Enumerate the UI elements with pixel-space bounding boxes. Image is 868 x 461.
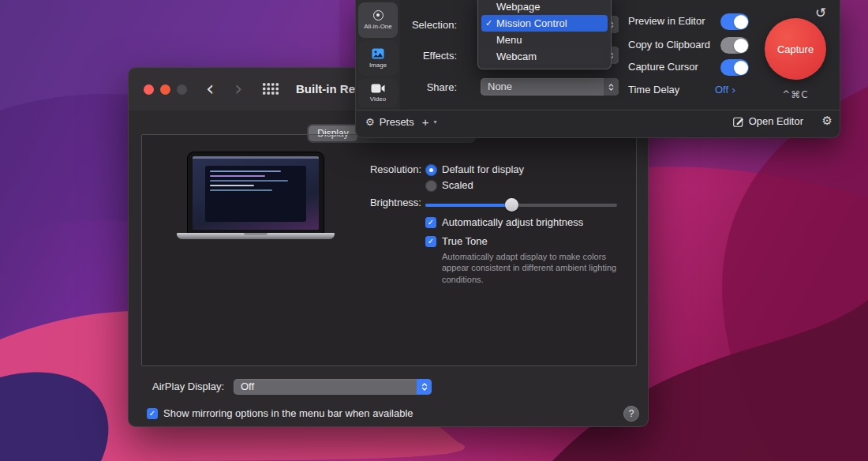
checkmark-icon: ✓ — [149, 409, 155, 418]
display-settings-panel: Resolution: Default for display Scaled B… — [141, 134, 637, 366]
forward-button[interactable]: › — [234, 77, 242, 99]
share-dropdown[interactable]: None — [481, 78, 619, 96]
copy-to-clipboard-toggle[interactable] — [720, 37, 749, 54]
chevron-right-icon: › — [731, 84, 736, 96]
dropdown-chevrons-icon — [604, 78, 619, 96]
time-delay-label: Time Delay — [628, 84, 679, 96]
preview-in-editor-toggle[interactable] — [720, 13, 749, 30]
time-delay-value[interactable]: Off › — [715, 84, 736, 96]
settings-gear-icon[interactable]: ⚙ — [822, 114, 832, 128]
checkmark-icon: ✓ — [428, 218, 434, 227]
traffic-lights — [144, 84, 187, 95]
toggle-knob — [734, 39, 748, 53]
back-button[interactable]: ‹ — [206, 77, 214, 99]
mode-label: Image — [369, 62, 387, 69]
open-editor-label: Open Editor — [749, 115, 803, 127]
preview-in-editor-label: Preview in Editor — [628, 15, 705, 28]
radio-scaled[interactable] — [425, 180, 437, 192]
radio-default-label: Default for display — [442, 163, 524, 176]
copy-to-clipboard-label: Copy to Clipboard — [628, 39, 710, 51]
brightness-slider[interactable] — [425, 198, 617, 212]
effects-label: Effects: — [386, 50, 457, 62]
auto-brightness-checkbox[interactable]: ✓ — [425, 217, 436, 228]
open-editor-icon — [733, 116, 744, 127]
menu-item-label: Webcam — [496, 51, 537, 62]
close-button[interactable] — [144, 84, 154, 95]
capture-shortcut: ^⌘C — [757, 89, 834, 100]
capture-button[interactable]: Capture — [765, 18, 826, 80]
menu-item-label: Webpage — [496, 1, 540, 13]
macbook-base — [177, 233, 335, 239]
radio-scaled-label: Scaled — [442, 179, 473, 192]
menu-item-menu[interactable]: Menu — [481, 32, 608, 48]
show-all-grid-icon[interactable] — [263, 83, 279, 98]
time-delay-text: Off — [715, 84, 728, 96]
popup-chevrons-icon — [417, 379, 432, 395]
show-mirroring-label: Show mirroring options in the menu bar w… — [163, 407, 413, 420]
reset-icon[interactable]: ↺ — [815, 5, 826, 21]
presets-button[interactable]: ⚙ Presets + ▾ — [365, 115, 437, 129]
airplay-display-label: AirPlay Display: — [143, 380, 224, 394]
brightness-label: Brightness: — [324, 197, 421, 209]
macbook-screen-content — [193, 156, 319, 230]
auto-brightness-label: Automatically adjust brightness — [442, 216, 583, 229]
help-button[interactable]: ? — [623, 406, 639, 422]
presets-gear-icon: ⚙ — [365, 116, 375, 128]
all-in-one-icon — [373, 10, 383, 21]
radio-default-for-display[interactable] — [425, 164, 437, 176]
minimize-button[interactable] — [160, 84, 170, 95]
true-tone-label: True Tone — [442, 235, 488, 248]
zoom-button[interactable] — [177, 84, 187, 95]
open-editor-button[interactable]: Open Editor — [733, 115, 803, 127]
toggle-knob — [734, 61, 748, 75]
resolution-label: Resolution: — [324, 163, 421, 176]
capture-button-label: Capture — [777, 43, 814, 55]
menu-item-webcam[interactable]: Webcam — [481, 48, 608, 65]
caret-down-icon: ▾ — [434, 118, 437, 126]
presets-label: Presets — [380, 116, 414, 128]
selection-dropdown-menu: Webpage ✓ Mission Control Menu Webcam — [477, 0, 612, 69]
menu-item-label: Menu — [496, 34, 522, 46]
checkmark-icon: ✓ — [485, 15, 492, 32]
share-label: Share: — [386, 81, 457, 94]
image-icon — [372, 48, 384, 59]
capture-cursor-toggle[interactable] — [720, 59, 749, 76]
add-preset-icon[interactable]: + — [422, 115, 429, 129]
brightness-slider-knob[interactable] — [505, 198, 518, 212]
brightness-slider-fill — [425, 204, 511, 207]
menu-item-webpage[interactable]: Webpage — [481, 0, 608, 15]
true-tone-checkbox[interactable]: ✓ — [425, 236, 436, 247]
airplay-display-value: Off — [241, 380, 254, 392]
toggle-knob — [734, 15, 748, 29]
desktop: ‹ › Built-in Retina Display Display — [0, 0, 868, 461]
true-tone-description: Automatically adapt display to make colo… — [442, 251, 617, 285]
menu-item-mission-control[interactable]: ✓ Mission Control — [481, 15, 608, 32]
checkmark-icon: ✓ — [428, 237, 434, 245]
macbook-illustration — [177, 152, 335, 245]
macbook-screen — [188, 152, 324, 233]
show-mirroring-checkbox[interactable]: ✓ — [147, 408, 158, 419]
video-icon — [371, 84, 385, 93]
share-dropdown-value: None — [488, 81, 512, 92]
capture-cursor-label: Capture Cursor — [628, 61, 698, 73]
selection-label: Selection: — [386, 19, 457, 32]
airplay-display-popup[interactable]: Off — [234, 379, 432, 395]
mode-label: Video — [370, 96, 386, 103]
menu-item-label: Mission Control — [496, 17, 567, 29]
footer-divider — [356, 110, 840, 111]
